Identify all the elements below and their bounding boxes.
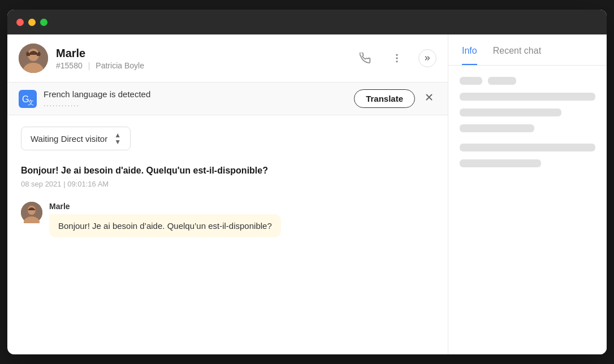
visitor-message-text: Bonjour! Je ai besoin d'aide. Quelqu'un … bbox=[21, 164, 434, 177]
translation-label: French language is detected bbox=[44, 89, 347, 99]
svg-point-4 bbox=[396, 57, 397, 59]
agent-name: Marle bbox=[49, 202, 434, 211]
main-content: Marle #15580 | Patricia Boyle bbox=[7, 34, 607, 354]
agent-bubble: Bonjour! Je ai besoin d’aide. Quelqu’un … bbox=[49, 214, 281, 237]
translate-icon: G 文 bbox=[19, 90, 37, 108]
avatar bbox=[19, 44, 48, 73]
chevrons-right-icon bbox=[423, 54, 431, 62]
visitor-message: Bonjour! Je ai besoin d'aide. Quelqu'un … bbox=[21, 164, 434, 188]
skeleton-group-top bbox=[460, 77, 595, 85]
translation-dots: ............ bbox=[44, 100, 347, 108]
close-icon bbox=[424, 92, 434, 102]
more-icon bbox=[391, 53, 403, 64]
svg-point-5 bbox=[396, 60, 397, 62]
traffic-lights bbox=[16, 19, 47, 26]
maximize-window-button[interactable] bbox=[40, 19, 47, 26]
svg-text:文: 文 bbox=[28, 99, 34, 106]
contact-info: Marle #15580 | Patricia Boyle bbox=[56, 46, 347, 70]
svg-point-3 bbox=[396, 54, 397, 56]
skeleton-row-5 bbox=[460, 159, 541, 167]
tab-recent-chat[interactable]: Recent chat bbox=[493, 46, 541, 65]
title-bar bbox=[7, 10, 607, 34]
skeleton-block-2 bbox=[488, 77, 516, 85]
translation-text: French language is detected ............ bbox=[44, 89, 347, 108]
skeleton-row-2 bbox=[460, 109, 561, 116]
status-label: Waiting Direct visitor bbox=[31, 134, 107, 144]
expand-button[interactable] bbox=[418, 49, 436, 67]
skeleton-row-3 bbox=[460, 124, 534, 132]
header-actions bbox=[355, 48, 436, 68]
main-window: Marle #15580 | Patricia Boyle bbox=[7, 10, 607, 354]
translation-banner: G 文 French language is detected ........… bbox=[7, 83, 448, 115]
contact-agent: Patricia Boyle bbox=[96, 61, 144, 70]
selector-arrows-icon: ▲ ▼ bbox=[114, 132, 121, 145]
contact-id: #15580 bbox=[56, 61, 83, 70]
agent-message: Marle Bonjour! Je ai besoin d’aide. Quel… bbox=[21, 202, 434, 237]
more-button[interactable] bbox=[387, 48, 407, 68]
phone-button[interactable] bbox=[355, 48, 375, 68]
skeleton-block-1 bbox=[460, 77, 482, 85]
right-panel-tabs: Info Recent chat bbox=[448, 34, 607, 66]
close-banner-button[interactable] bbox=[422, 90, 436, 107]
message-timestamp: 08 sep 2021 | 09:01:16 AM bbox=[21, 180, 434, 188]
skeleton-row-1 bbox=[460, 93, 595, 101]
minimize-window-button[interactable] bbox=[28, 19, 36, 26]
chat-body: Waiting Direct visitor ▲ ▼ Bonjour! Je a… bbox=[7, 115, 448, 354]
agent-message-content: Marle Bonjour! Je ai besoin d’aide. Quel… bbox=[49, 202, 434, 237]
chat-header: Marle #15580 | Patricia Boyle bbox=[7, 34, 448, 83]
agent-avatar bbox=[21, 202, 42, 223]
skeleton-row-4 bbox=[460, 144, 595, 151]
right-panel-body bbox=[448, 66, 607, 179]
translate-button[interactable]: Translate bbox=[354, 89, 415, 108]
divider: | bbox=[88, 61, 90, 70]
status-selector[interactable]: Waiting Direct visitor ▲ ▼ bbox=[21, 127, 131, 150]
tab-info[interactable]: Info bbox=[462, 46, 477, 65]
contact-details: #15580 | Patricia Boyle bbox=[56, 61, 347, 70]
contact-name: Marle bbox=[56, 46, 347, 60]
chat-panel: Marle #15580 | Patricia Boyle bbox=[7, 34, 448, 354]
phone-icon bbox=[360, 53, 371, 64]
close-window-button[interactable] bbox=[16, 19, 24, 26]
right-panel: Info Recent chat bbox=[448, 34, 607, 354]
